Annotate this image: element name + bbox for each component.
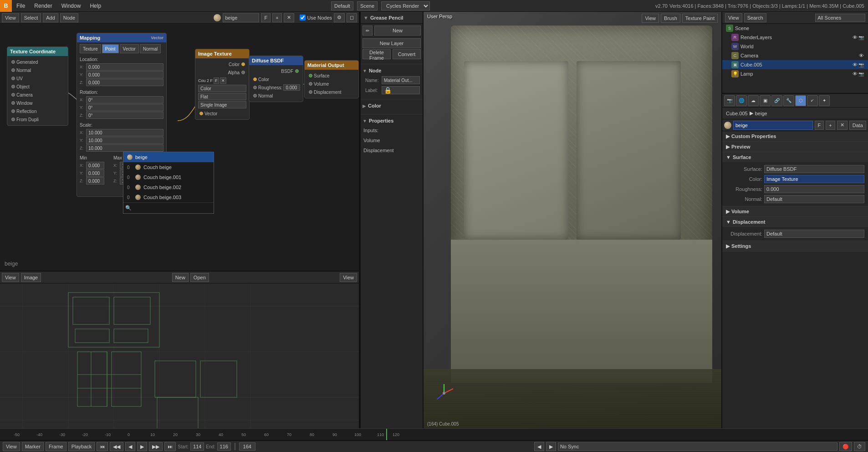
diffuse-bsdf-node[interactable]: Diffuse BSDF BSDF Color Roughness: 0.000… [249, 56, 303, 102]
render-icon-rl[interactable]: 📷 [858, 34, 864, 41]
tl-audio-btn[interactable]: 🔴 [839, 442, 852, 451]
mapping-rot-z[interactable]: 0° [86, 112, 163, 119]
uv-new-btn[interactable]: New [172, 273, 189, 282]
menu-file[interactable]: File [12, 0, 30, 11]
uv-canvas[interactable] [0, 283, 359, 440]
eye-icon-lamp[interactable]: 👁 [852, 71, 858, 77]
view-btn[interactable]: View [642, 14, 659, 23]
nav-gizmo[interactable] [433, 382, 455, 406]
menu-help[interactable]: Help [85, 0, 106, 11]
it-f-btn[interactable]: F [214, 77, 219, 84]
node-delete-icon[interactable]: ✕ [284, 13, 294, 22]
tl-start-btn[interactable]: ⏮ [97, 442, 108, 451]
props-scene-icon[interactable]: 🌐 [736, 95, 747, 106]
it-color-dropdown[interactable]: Color [198, 85, 246, 92]
uv-open-btn[interactable]: Open [190, 273, 209, 282]
tl-play-btn[interactable]: ▶ [137, 442, 147, 451]
settings-header[interactable]: ▶ Settings [722, 241, 868, 251]
tl-prev-frame[interactable]: ◀ [125, 442, 135, 451]
sync-dropdown[interactable]: No Sync [558, 442, 837, 451]
use-nodes-checkbox[interactable] [300, 15, 306, 21]
eye-icon-cam[interactable]: 👁 [858, 52, 864, 59]
surface-header[interactable]: ▼ Surface [722, 152, 868, 162]
props-object-icon[interactable]: ▣ [760, 95, 771, 106]
mat-x-btn[interactable]: ✕ [837, 121, 848, 130]
node-name-value[interactable]: Material Out... [382, 76, 420, 84]
color-value[interactable]: Image Texture [764, 175, 864, 183]
bsdf-roughness-val[interactable]: 0.000 [283, 84, 300, 91]
mapping-loc-z-val[interactable]: 0.000 [86, 79, 163, 86]
mapping-rot-y[interactable]: 0° [86, 104, 163, 111]
outliner-view-btn[interactable]: View [725, 13, 742, 22]
eye-icon-rl[interactable]: 👁 [852, 34, 858, 41]
node-node-btn[interactable]: Node [60, 13, 78, 22]
texture-paint-btn[interactable]: Texture Paint [682, 14, 718, 23]
node-canvas[interactable]: Texture Coordinate Generated Normal UV O… [0, 24, 359, 271]
tl-next-frame[interactable]: ▶▶ [149, 442, 163, 451]
props-render-icon[interactable]: 📷 [724, 95, 735, 106]
tab-vector[interactable]: Vector [120, 44, 139, 53]
tl-frame-btn[interactable]: Frame [46, 442, 66, 451]
mapping-loc-x-val[interactable]: 0.000 [86, 63, 163, 71]
mapping-scale-x[interactable]: 10.000 [86, 129, 163, 136]
end-frame-input[interactable] [217, 442, 231, 451]
texture-coordinate-node[interactable]: Texture Coordinate Generated Normal UV O… [7, 46, 68, 126]
mapping-loc-y-val[interactable]: 0.000 [86, 71, 163, 78]
engine-select[interactable]: Cycles Render [381, 1, 430, 10]
data-tab[interactable]: Data [849, 121, 866, 130]
grease-convert-btn[interactable]: Convert [393, 49, 421, 59]
node-select-btn[interactable]: Select [21, 13, 41, 22]
render-icon-lamp[interactable]: 📷 [858, 71, 864, 77]
tl-view-btn[interactable]: View [3, 442, 20, 451]
node-add-btn[interactable]: Add [43, 13, 58, 22]
props-modifier-icon[interactable]: 🔧 [783, 95, 794, 106]
it-x-btn[interactable]: ✕ [220, 77, 226, 84]
displacement-header[interactable]: ▼ Displacement [722, 217, 868, 227]
tl-nav-left[interactable]: ◀ [534, 442, 544, 451]
tl-end-btn[interactable]: ⏭ [164, 442, 176, 451]
tab-texture[interactable]: Texture [80, 44, 101, 53]
outliner-search-btn[interactable]: Search [744, 13, 766, 22]
tl-marker-btn[interactable]: Marker [22, 442, 44, 451]
tl-playback-btn[interactable]: Playback [68, 442, 95, 451]
dropdown-item-couch-beige-002[interactable]: 0 Couch beige.002 [123, 182, 214, 192]
f-button[interactable]: F [261, 13, 271, 22]
mapping-scale-z[interactable]: 10.000 [86, 144, 163, 152]
color-section-header[interactable]: ▶ Color [363, 103, 421, 108]
tab-point[interactable]: Point [102, 44, 119, 53]
mapping-scale-y[interactable]: 10.000 [86, 137, 163, 144]
roughness-value[interactable]: 0.000 [764, 185, 864, 193]
properties-section-header[interactable]: ▼ Properties [363, 118, 421, 123]
material-name-input[interactable] [223, 13, 259, 22]
tl-prev-btn[interactable]: ◀◀ [110, 442, 123, 451]
node-view-btn[interactable]: View [2, 13, 19, 22]
brush-btn[interactable]: Brush [661, 14, 680, 23]
props-constraint-icon[interactable]: 🔗 [771, 95, 782, 106]
image-texture-node[interactable]: Image Texture Color Alpha Cou 2 F F ✕ Co… [195, 49, 250, 120]
current-frame-input[interactable] [239, 442, 255, 451]
mapping-min-x[interactable]: 0.000 [86, 162, 104, 169]
displacement-value[interactable]: Default [764, 230, 864, 238]
dropdown-item-couch-beige[interactable]: 0 Couch beige [123, 162, 214, 172]
tl-metronome-btn[interactable]: ⏱ [854, 442, 865, 451]
outliner-all-scenes[interactable]: All Scenes [815, 14, 865, 22]
uv-view-dropdown[interactable]: View [340, 273, 357, 282]
props-particles-icon[interactable]: ✦ [819, 95, 830, 106]
outliner-scene[interactable]: S Scene [722, 24, 868, 33]
mapping-min-z[interactable]: 0.000 [86, 177, 104, 185]
material-output-node[interactable]: Material Output Surface Volume Displacem… [304, 60, 359, 98]
grease-pencil-icon[interactable]: ✏ [363, 26, 373, 36]
dropdown-item-couch-beige-001[interactable]: 0 Couch beige.001 [123, 172, 214, 182]
grease-new-btn[interactable]: New [374, 26, 421, 36]
grease-delete-frame-btn[interactable]: Delete Frame [363, 49, 391, 59]
normal-value[interactable]: Default [764, 195, 864, 203]
outliner-camera[interactable]: C Camera 👁 [722, 51, 868, 60]
node-toolbar-icon1[interactable]: ⚙ [334, 13, 345, 22]
scene-select[interactable]: Scene [357, 1, 378, 10]
eye-icon-cube[interactable]: 👁 [852, 62, 858, 68]
grease-new-layer-btn[interactable]: New Layer [363, 38, 421, 48]
mapping-min-y[interactable]: 0.000 [86, 170, 104, 177]
surface-value[interactable]: Diffuse BSDF [764, 165, 864, 173]
props-texture-icon[interactable]: 🗸 [807, 95, 818, 106]
dropdown-search-input[interactable] [133, 204, 212, 212]
